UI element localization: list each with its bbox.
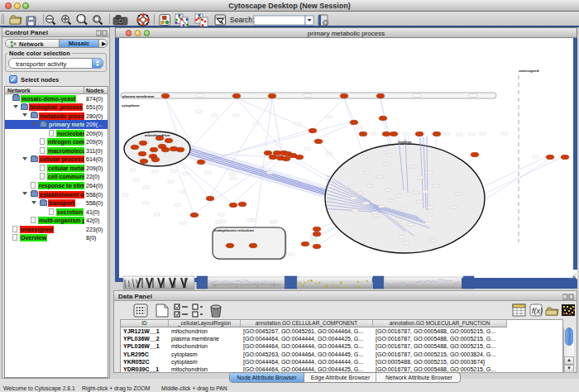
svg-text:cytoplasm: cytoplasm: [122, 103, 140, 108]
svg-text:endoplasmic reticulum: endoplasmic reticulum: [214, 228, 254, 232]
svg-text:f(x): f(x): [532, 307, 543, 315]
svg-text:nucleus: nucleus: [398, 140, 412, 144]
svg-text:plasma membrane: plasma membrane: [122, 94, 155, 98]
svg-text:Search:: Search:: [230, 16, 254, 24]
svg-text:unassigned: unassigned: [519, 69, 539, 73]
